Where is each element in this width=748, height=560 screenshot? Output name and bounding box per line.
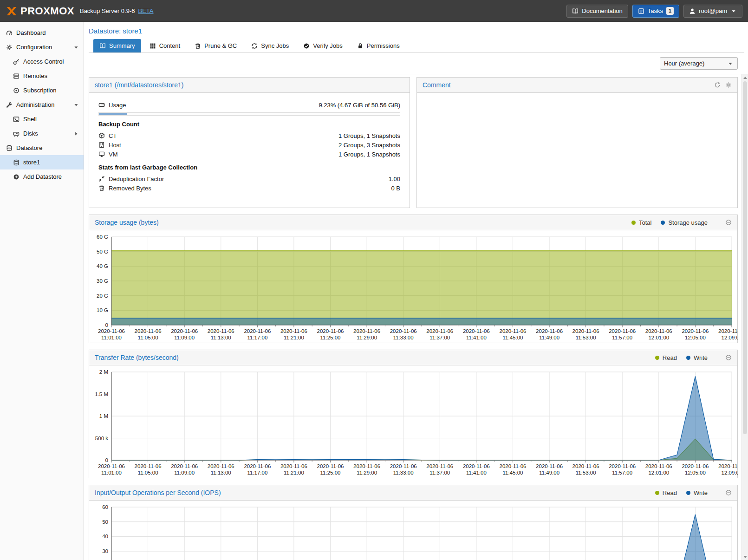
svg-text:0: 0 — [105, 457, 108, 463]
gear-icon[interactable] — [725, 82, 732, 88]
status-sections: Backup CountCT1 Groups, 1 SnapshotsHost2… — [98, 121, 400, 193]
sidebar-item-shell[interactable]: Shell — [0, 112, 84, 126]
chart-collapse-button[interactable] — [725, 354, 732, 361]
scroll-up-button[interactable] — [742, 74, 748, 81]
sidebar-item-dashboard[interactable]: Dashboard — [0, 26, 84, 40]
chart-canvas: 010 G20 G30 G40 G50 G60 G2020-11-0611:01… — [89, 230, 737, 343]
trash-icon — [98, 185, 105, 191]
chart-panel-header: Storage usage (bytes)TotalStorage usage — [89, 215, 737, 230]
svg-text:11:13:00: 11:13:00 — [211, 470, 231, 475]
sidebar-item-label: Add Datastore — [23, 173, 62, 180]
charts-column: Storage usage (bytes)TotalStorage usage0… — [89, 215, 738, 560]
scrollbar-thumb[interactable] — [743, 81, 747, 434]
tab-summary[interactable]: Summary — [93, 39, 141, 52]
svg-text:11:57:00: 11:57:00 — [612, 470, 632, 475]
documentation-button[interactable]: Documentation — [566, 5, 628, 18]
svg-text:11:21:00: 11:21:00 — [284, 335, 304, 340]
timeframe-value: Hour (average) — [664, 60, 704, 67]
chevron-down-icon[interactable] — [73, 102, 79, 108]
tab-verify-jobs[interactable]: Verify Jobs — [297, 39, 349, 52]
legend-item[interactable]: Write — [686, 489, 708, 496]
legend-dot-icon — [655, 356, 659, 360]
svg-text:11:29:00: 11:29:00 — [357, 470, 377, 475]
tab-bar: SummaryContentPrune & GCSync JobsVerify … — [89, 39, 744, 53]
sidebar-item-store1[interactable]: store1 — [0, 155, 84, 169]
legend-dot-icon — [686, 356, 690, 360]
legend-item[interactable]: Storage usage — [661, 219, 708, 226]
tab-permissions[interactable]: Permissions — [351, 39, 406, 52]
sidebar-item-access-control[interactable]: Access Control — [0, 54, 84, 69]
chart-collapse-button[interactable] — [725, 219, 732, 226]
status-panel-header: store1 (/mnt/datastores/store1) — [89, 78, 410, 93]
svg-text:11:45:00: 11:45:00 — [503, 335, 523, 340]
tab-prune-gc[interactable]: Prune & GC — [189, 39, 243, 52]
svg-text:1.5 M: 1.5 M — [95, 391, 108, 397]
stat-value: 1 Groups, 1 Snapshots — [338, 132, 400, 139]
sidebar-item-datastore[interactable]: Datastore — [0, 141, 84, 155]
legend-item[interactable]: Read — [655, 489, 677, 496]
status-panel-title: store1 (/mnt/datastores/store1) — [95, 81, 183, 89]
comment-body[interactable] — [417, 93, 737, 206]
stat-value: 2 Groups, 3 Snapshots — [338, 142, 400, 149]
svg-text:11:25:00: 11:25:00 — [320, 470, 341, 475]
terminal-icon — [13, 116, 20, 123]
tab-sync-jobs[interactable]: Sync Jobs — [245, 39, 295, 52]
tab-label: Summary — [109, 42, 135, 49]
timeframe-select[interactable]: Hour (average) — [660, 57, 738, 70]
svg-text:2020-11-06: 2020-11-06 — [317, 463, 344, 469]
chevron-right-icon[interactable] — [73, 130, 79, 137]
toolbar: Hour (average) — [84, 53, 748, 74]
sidebar-item-remotes[interactable]: Remotes — [0, 69, 84, 83]
tab-label: Sync Jobs — [261, 42, 289, 49]
sidebar-item-configuration[interactable]: Configuration — [0, 40, 84, 54]
svg-text:40 G: 40 G — [97, 263, 108, 269]
svg-text:30 G: 30 G — [97, 278, 108, 284]
stat-row: CT1 Groups, 1 Snapshots — [98, 131, 400, 140]
svg-text:2020-11-06: 2020-11-06 — [463, 328, 490, 334]
chevron-down-icon — [727, 60, 734, 67]
sidebar-item-label: Configuration — [16, 44, 52, 51]
svg-text:60: 60 — [102, 504, 108, 510]
lock-icon — [357, 43, 364, 49]
sidebar-item-label: Dashboard — [16, 29, 46, 36]
svg-text:2020-11-06: 2020-11-06 — [244, 463, 271, 469]
stat-value: 1.00 — [389, 176, 400, 182]
svg-text:11:09:00: 11:09:00 — [174, 470, 195, 475]
sidebar-item-add-datastore[interactable]: Add Datastore — [0, 169, 84, 184]
svg-text:11:49:00: 11:49:00 — [539, 335, 559, 340]
legend-item[interactable]: Write — [686, 354, 708, 361]
beta-link[interactable]: BETA — [138, 7, 153, 14]
stat-value: 1 Groups, 1 Snapshots — [338, 151, 400, 158]
page-title: Datastore: store1 — [89, 26, 744, 39]
svg-text:11:01:00: 11:01:00 — [101, 470, 122, 475]
user-menu-button[interactable]: root@pam — [683, 5, 742, 18]
triangle-down-icon — [743, 556, 747, 558]
chart-canvas: 01020304050602020-11-0611:01:002020-11-0… — [89, 501, 737, 560]
app-root: PROXMOX Backup Server 0.9-6 BETA Documen… — [0, 0, 748, 560]
legend-item[interactable]: Total — [631, 219, 651, 226]
svg-text:2020-11-06: 2020-11-06 — [536, 328, 563, 334]
svg-text:2020-11-06: 2020-11-06 — [135, 328, 162, 334]
legend-item[interactable]: Read — [655, 354, 677, 361]
sidebar-item-administration[interactable]: Administration — [0, 98, 84, 112]
chevron-down-icon[interactable] — [73, 44, 79, 51]
usage-progress-bar — [98, 112, 400, 116]
svg-text:2020-11-06: 2020-11-06 — [500, 463, 527, 469]
svg-text:2020-11-06: 2020-11-06 — [98, 463, 125, 469]
sidebar-item-subscription[interactable]: Subscription — [0, 83, 84, 98]
chart-collapse-button[interactable] — [725, 489, 732, 496]
stat-label: CT — [109, 132, 117, 139]
sidebar-item-disks[interactable]: Disks — [0, 126, 84, 141]
tasks-button[interactable]: Tasks 1 — [632, 5, 679, 18]
tab-content[interactable]: Content — [143, 39, 187, 52]
svg-text:2020-11-06: 2020-11-06 — [390, 463, 417, 469]
svg-text:12:01:00: 12:01:00 — [648, 335, 669, 340]
usage-row: Usage 9.23% (4.67 GiB of 50.56 GiB) — [98, 100, 400, 110]
plus-circle-icon — [13, 174, 20, 180]
svg-text:20 G: 20 G — [97, 293, 108, 299]
refresh-icon[interactable] — [714, 82, 721, 88]
svg-text:2020-11-06: 2020-11-06 — [572, 463, 599, 469]
scroll-region: store1 (/mnt/datastores/store1) Usage 9.… — [84, 74, 748, 560]
vertical-scrollbar[interactable] — [741, 74, 748, 560]
scroll-down-button[interactable] — [742, 553, 748, 560]
